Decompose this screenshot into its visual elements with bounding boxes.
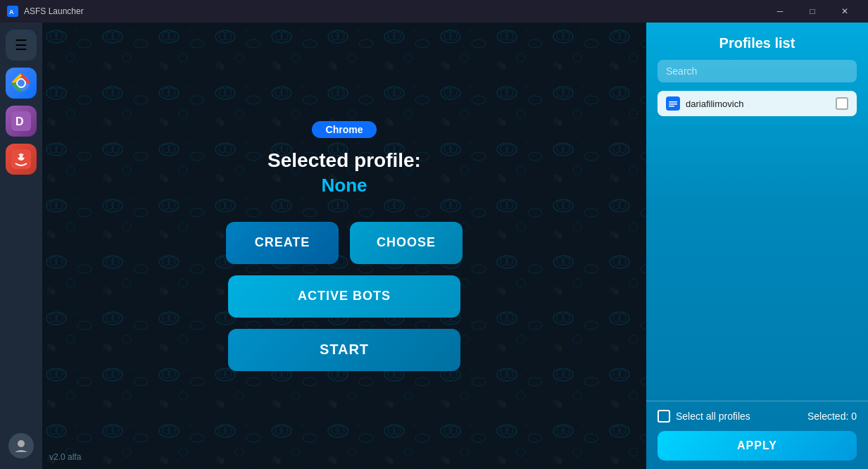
svg-rect-24 [669, 106, 674, 107]
active-bots-button[interactable]: ACTIVE BOTS [228, 275, 460, 318]
main-content: ☰ D [0, 23, 868, 469]
menu-icon: ☰ [15, 37, 27, 54]
close-button[interactable]: ✕ [829, 0, 861, 23]
center-content-area: Chrome Selected profile: None CREATE CHO… [42, 23, 646, 469]
user-avatar[interactable] [8, 433, 34, 458]
create-button[interactable]: CREATE [226, 222, 339, 264]
titlebar: A ASFS Launcher ─ □ ✕ [0, 0, 868, 23]
svg-rect-22 [669, 101, 677, 103]
app-icon: A [7, 6, 18, 17]
profile-name: dariafilimovich [686, 99, 836, 109]
svg-point-10 [23, 155, 25, 158]
right-panel: Profiles list dariafilimovich Select al [646, 23, 868, 469]
main-buttons-row: CREATE CHOOSE [226, 222, 463, 264]
sidebar-item-bot[interactable] [6, 144, 37, 175]
select-all-label: Select all profiles [676, 411, 750, 422]
choose-button[interactable]: CHOOSE [350, 222, 463, 264]
profiles-list: dariafilimovich [646, 91, 868, 401]
apply-button[interactable]: APPLY [658, 431, 857, 461]
minimize-button[interactable]: ─ [764, 0, 796, 23]
profiles-list-title: Profiles list [646, 23, 868, 60]
sidebar-item-dash[interactable]: D [6, 106, 37, 137]
right-panel-footer: Select all profiles Selected: 0 APPLY [646, 401, 868, 469]
maximize-button[interactable]: □ [796, 0, 829, 23]
select-all-row: Select all profiles Selected: 0 [658, 410, 857, 423]
sidebar-item-menu[interactable]: ☰ [6, 30, 37, 61]
select-all-checkbox[interactable] [658, 410, 670, 423]
svg-text:D: D [15, 115, 24, 127]
profile-icon [666, 96, 680, 111]
selected-profile-value: None [322, 175, 367, 196]
list-item[interactable]: dariafilimovich [658, 91, 857, 116]
app-title: ASFS Launcher [24, 6, 764, 16]
svg-point-11 [18, 440, 25, 447]
select-all-left: Select all profiles [658, 410, 750, 423]
sidebar-item-chrome[interactable] [6, 68, 37, 99]
profile-checkbox[interactable] [836, 97, 848, 110]
center-panel: 🎭 ✦ ⬡ Chrome Selected profile: None CREA… [42, 23, 646, 469]
selected-count-label: Selected: 0 [807, 411, 857, 422]
svg-point-9 [17, 155, 20, 158]
sidebar: ☰ D [0, 23, 42, 469]
svg-text:A: A [9, 8, 14, 15]
svg-point-4 [18, 80, 25, 87]
search-input[interactable] [658, 60, 857, 82]
selected-profile-label: Selected profile: [268, 149, 421, 172]
chrome-badge: Chrome [312, 121, 377, 138]
window-controls: ─ □ ✕ [764, 0, 861, 23]
svg-rect-23 [669, 104, 677, 105]
start-button[interactable]: START [228, 329, 460, 371]
